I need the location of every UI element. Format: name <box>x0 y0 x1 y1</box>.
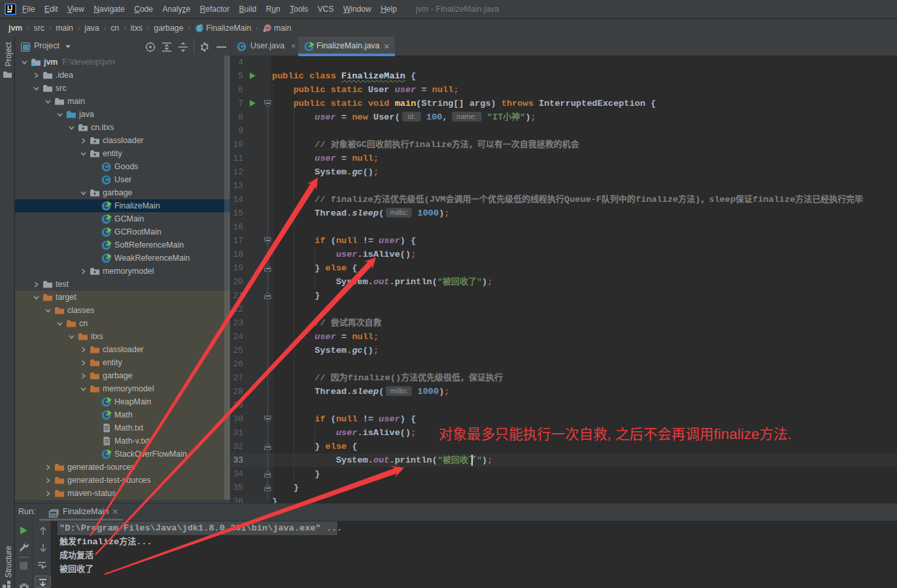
svg-text:m: m <box>265 25 269 31</box>
svg-text:C: C <box>104 176 109 184</box>
svg-text:C: C <box>104 163 109 171</box>
svg-text:C: C <box>239 43 244 50</box>
